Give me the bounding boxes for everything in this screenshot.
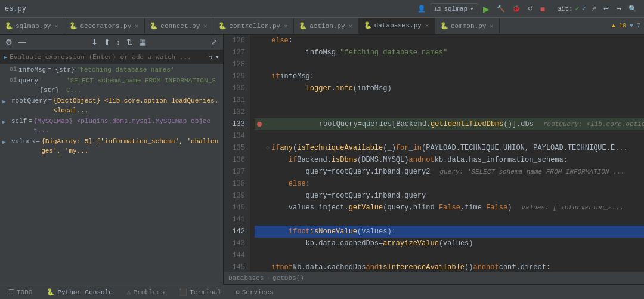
breadcrumb-getDbs[interactable]: getDbs() [273,275,304,282]
tab-bar: 🐍 sqlmap.py ✕ 🐍 decorators.py ✕ 🐍 connec… [0,18,644,35]
code-line-141 [255,214,644,226]
tab-sqlmap-py[interactable]: 🐍 sqlmap.py ✕ [0,18,64,34]
tab-action-py[interactable]: 🐍 action.py ✕ [294,18,358,34]
tab-decorators-py[interactable]: 🐍 decorators.py ✕ [64,18,145,34]
ln-130: 130 [226,82,245,94]
breadcrumb-databases[interactable]: Databases [228,275,264,282]
debug-upload-btn[interactable]: ⬆ [102,37,112,47]
code-line-128 [255,58,644,70]
code-line-142: if not isNoneValue(values): [255,226,644,238]
status-tab-services[interactable]: ⚙ Services [232,285,277,299]
code-line-133: → rootQuery = queries[Backend.getIdentif… [255,118,644,130]
tab-controller-py-close[interactable]: ✕ [283,23,289,30]
code-content: else: infoMsg = "fetching database names… [250,35,644,272]
expand-icon-values: ▶ [2,138,8,147]
status-tab-todo[interactable]: ☰ TODO [5,285,36,299]
tab-databases-py-label: databases.py [374,22,422,29]
todo-label: TODO [17,289,32,296]
ln-128: 128 [226,58,245,70]
toolbar-icon-group: 👤 🗂 sqlmap ▾ ▶ 🔨 🐞 ↺ ■ Git: ✓ ✓ ↗ ↩ ↪ 🔍 [415,3,639,15]
debug-hint-140: values: ['information_s... [521,202,624,214]
code-line-140: values = inject.getValue(query, blind=Fa… [255,202,644,214]
status-tab-terminal[interactable]: ⬛ Terminal [175,285,225,299]
value-query: 'SELECT schema_name FROM INFORMATION_SC.… [66,76,219,95]
git-checkmark-blue: ✓ [582,4,586,13]
redo-button[interactable]: ↪ [614,4,624,14]
ln-138: 138 [226,178,245,190]
tab-sqlmap-py-label: sqlmap.py [16,23,51,30]
tab-common-py-close[interactable]: ✕ [488,23,494,30]
debug-refresh-btn[interactable]: ↕ [114,37,122,47]
debug-button[interactable]: 🐞 [510,4,523,14]
reload-button[interactable]: ↺ [525,4,535,14]
undo-button[interactable]: ↩ [601,4,611,14]
type-badge-infoMsg: oi [10,65,17,75]
ln-142: 142 [226,226,245,238]
ln-137: 137 [226,166,245,178]
tab-action-py-close[interactable]: ✕ [348,23,354,30]
build-button[interactable]: 🔨 [494,4,507,14]
code-lines[interactable]: else: infoMsg = "fetching database names… [250,35,644,272]
git-branch-button[interactable]: ↗ [589,4,599,14]
warning-count-badge: ▲ 10 [612,23,626,29]
debug-item-query[interactable]: oi query = {str} 'SELECT schema_name FRO… [0,75,223,95]
window-filename: es.py [5,5,26,13]
terminal-icon: ⬛ [179,288,187,296]
ln-131: 131 [226,94,245,106]
code-line-143: kb.data.cachedDbs = arrayizeValue(values… [255,238,644,249]
debug-settings-btn[interactable]: ⚙ [4,37,14,47]
status-tab-python-console[interactable]: 🐍 Python Console [43,285,116,299]
type-badge-query: oi [10,76,17,85]
tab-sqlmap-py-close[interactable]: ✕ [53,23,59,30]
tab-common-py-label: common.py [451,23,486,30]
varname-infoMsg: infoMsg [18,65,46,75]
tab-databases-py[interactable]: 🐍 databases.py ✕ [359,18,435,34]
watch-expression-input[interactable] [10,53,209,61]
tab-action-py-label: action.py [309,23,345,30]
debug-minimize-btn[interactable]: — [17,37,28,47]
tab-decorators-py-close[interactable]: ✕ [134,23,140,30]
breakpoint-133 [257,122,262,127]
watch-add-icon[interactable]: ▾ [215,53,219,61]
expand-icon-rootQuery: ▶ [2,97,8,107]
debug-sort-btn[interactable]: ⇅ [125,37,135,47]
ln-135: 135 [226,142,245,154]
breadcrumb-sep: › [266,275,270,282]
problems-icon: ⚠ [127,288,131,296]
search-button[interactable]: 🔍 [626,4,639,14]
debug-table-btn[interactable]: ▦ [137,37,148,47]
sqlmap-dropdown[interactable]: 🗂 sqlmap ▾ [431,3,478,14]
debug-download-btn[interactable]: ⬇ [89,37,100,47]
value-rootQuery: {DictObject} <lib.core.option_loadQuerie… [53,96,219,115]
code-line-130: logger.info(infoMsg) [255,82,644,94]
varname-rootQuery: rootQuery [11,96,47,106]
stop-button[interactable]: ■ [538,3,547,15]
tab-connect-py-icon: 🐍 [150,22,158,30]
tab-connect-py[interactable]: 🐍 connect.py ✕ [145,18,213,34]
code-line-132 [255,106,644,118]
todo-icon: ☰ [8,288,14,296]
profile-button[interactable]: 👤 [415,4,428,14]
debug-panel-toolbar: ⚙ — ⬇ ⬆ ↕ ⇅ ▦ ⤢ [0,35,223,50]
ln-126: 126 [226,35,245,47]
tab-decorators-py-label: decorators.py [80,23,131,30]
debug-item-infoMsg[interactable]: oi infoMsg = {str} 'fetching database na… [0,64,223,75]
value-infoMsg: 'fetching database names' [76,65,174,75]
watch-sort-icon[interactable]: ⇅ [209,53,213,61]
debug-item-self[interactable]: ▶ self = {MySQLMap} <plugins.dbms.mysql.… [0,116,223,136]
debug-expand-panel-btn[interactable]: ⤢ [209,37,219,47]
value-self: {MySQLMap} <plugins.dbms.mysql.MySQLMap … [33,116,219,135]
tab-controller-py[interactable]: 🐍 controller.py ✕ [213,18,294,34]
ln-127: 127 [226,47,245,58]
tab-connect-py-close[interactable]: ✕ [202,23,208,30]
tab-common-py[interactable]: 🐍 common.py ✕ [435,18,500,34]
debug-item-values[interactable]: ▶ values = {BigArray: 5} ['information_s… [0,136,223,156]
code-line-131 [255,94,644,106]
top-toolbar: es.py 👤 🗂 sqlmap ▾ ▶ 🔨 🐞 ↺ ■ Git: ✓ ✓ ↗ … [0,0,644,18]
code-area: 126 127 128 129 130 131 132 133 134 135 … [224,35,644,272]
status-tab-problems[interactable]: ⚠ Problems [123,285,168,299]
ln-136: 136 [226,154,245,166]
tab-databases-py-close[interactable]: ✕ [424,22,430,29]
run-button[interactable]: ▶ [481,3,492,15]
debug-item-rootQuery[interactable]: ▶ rootQuery = {DictObject} <lib.core.opt… [0,95,223,116]
